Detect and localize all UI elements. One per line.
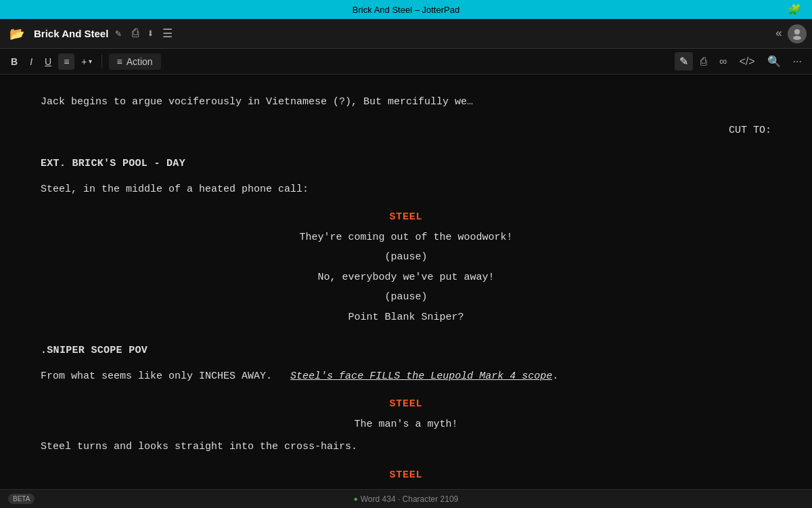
code-button[interactable]: </> bbox=[735, 53, 760, 70]
top-bar: Brick And Steel – JotterPad 🧩 bbox=[0, 0, 812, 19]
print-icon[interactable]: ⎙ bbox=[132, 27, 139, 40]
more-button[interactable]: ··· bbox=[788, 53, 807, 70]
editor-dial-4: The man's a myth! bbox=[41, 416, 771, 433]
editor-transition: CUT TO: bbox=[41, 122, 771, 140]
italic-button[interactable]: I bbox=[24, 54, 38, 70]
editor-action-1: Steel, in the middle of a heated phone c… bbox=[41, 181, 771, 198]
search-button[interactable]: 🔍 bbox=[763, 52, 786, 70]
editor-paren-2: (pause) bbox=[41, 289, 771, 306]
folder-icon[interactable]: 📂 bbox=[5, 24, 28, 44]
chevron-down-icon: ▾ bbox=[89, 58, 92, 65]
action2-link: Steel's face FILLS the Leupold Mark 4 sc… bbox=[290, 371, 552, 382]
editor-area[interactable]: Jack begins to argue vociferously in Vie… bbox=[0, 75, 812, 489]
download-icon[interactable]: ⬇ bbox=[147, 26, 154, 41]
editor-char-3: STEEL bbox=[41, 467, 771, 484]
editor-char-1: STEEL bbox=[41, 209, 771, 226]
editor-action-3: Steel turns and looks straight into the … bbox=[41, 438, 771, 456]
action2-post: . bbox=[552, 371, 558, 382]
action-type-icon: ≡ bbox=[117, 56, 122, 67]
action2-pre: From what seems like only INCHES AWAY. bbox=[41, 371, 272, 382]
svg-point-1 bbox=[793, 36, 801, 40]
editor-dial-2: No, everybody we've put away! bbox=[41, 269, 771, 287]
status-dot: ● bbox=[354, 495, 358, 503]
edit-title-icon[interactable]: ✎ bbox=[115, 27, 121, 40]
link-button[interactable]: ∞ bbox=[715, 53, 731, 70]
editor-action-2: From what seems like only INCHES AWAY. S… bbox=[41, 368, 771, 385]
word-count: Word 434 · Character 2109 bbox=[361, 494, 459, 504]
list-icon[interactable]: ☰ bbox=[162, 26, 173, 41]
action-type-label: Action bbox=[127, 56, 153, 67]
action-type-button[interactable]: ≡ Action bbox=[109, 54, 161, 70]
app-title: Brick And Steel – JotterPad bbox=[353, 5, 459, 15]
doc-action-icons: ✎ bbox=[115, 27, 121, 40]
main-toolbar: 📂 Brick And Steel ✎ ⎙ ⬇ ☰ « bbox=[0, 19, 812, 49]
bold-button[interactable]: B bbox=[5, 54, 23, 70]
format-bar: B I U ≡ + ▾ ≡ Action ✎ ⎙ ∞ </> 🔍 ··· bbox=[0, 49, 812, 75]
editor-scene-2: .SNIPER SCOPE POV bbox=[41, 342, 771, 360]
user-avatar bbox=[788, 24, 807, 43]
collapse-icon[interactable]: « bbox=[773, 24, 785, 43]
plus-icon: + bbox=[81, 56, 87, 67]
editor-dial-1: They're coming out of the woodwork! bbox=[41, 229, 771, 247]
right-tools: ✎ ⎙ ∞ </> 🔍 ··· bbox=[675, 52, 807, 70]
editor-dial-3: Point Blank Sniper? bbox=[41, 309, 771, 326]
separator bbox=[102, 55, 102, 68]
align-button[interactable]: ≡ bbox=[58, 54, 74, 70]
edit-mode-button[interactable]: ✎ bbox=[675, 52, 693, 70]
beta-badge: BETA bbox=[8, 494, 35, 504]
editor-scene-1: EXT. BRICK'S POOL - DAY bbox=[41, 155, 771, 173]
editor-line-1: Jack begins to argue vociferously in Vie… bbox=[41, 93, 771, 111]
editor-char-2: STEEL bbox=[41, 396, 771, 413]
editor-paren-1: (pause) bbox=[41, 249, 771, 266]
extension-icon: 🧩 bbox=[788, 3, 801, 16]
underline-button[interactable]: U bbox=[39, 54, 57, 70]
add-element-button[interactable]: + ▾ bbox=[76, 54, 97, 70]
print-mode-button[interactable]: ⎙ bbox=[696, 53, 712, 70]
status-bar: BETA ● Word 434 · Character 2109 bbox=[0, 489, 812, 508]
svg-point-0 bbox=[794, 29, 800, 35]
document-title: Brick And Steel bbox=[34, 28, 108, 39]
